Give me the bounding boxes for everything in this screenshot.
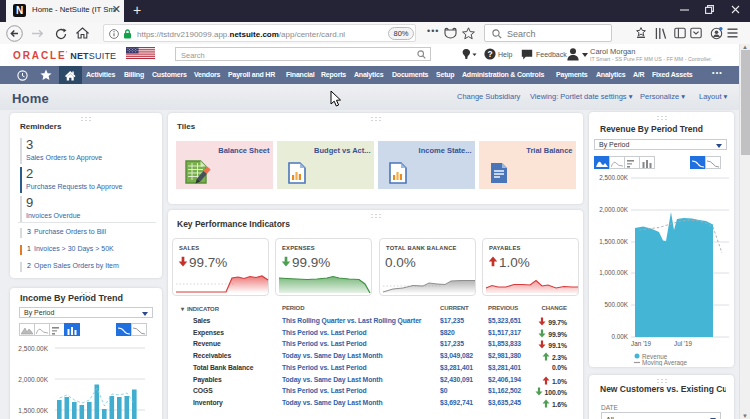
svg-text:Jul '19: Jul '19 [674,340,693,347]
svg-text:2,500.00K: 2,500.00K [599,174,629,181]
svg-text:?: ? [487,49,492,59]
svg-text:500.00K: 500.00K [605,301,629,308]
svg-text:2,000.00K: 2,000.00K [18,376,48,383]
svg-text:1,500.00K: 1,500.00K [18,407,48,414]
svg-text:1,500.00K: 1,500.00K [599,238,629,245]
svg-text:2,500.00K: 2,500.00K [18,345,48,352]
svg-text:0.00K: 0.00K [612,333,629,340]
svg-text:Jan '19: Jan '19 [631,340,652,347]
svg-text:1,000.00K: 1,000.00K [599,269,629,276]
svg-text:Moving Average: Moving Average [642,359,688,366]
svg-text:2,000.00K: 2,000.00K [599,206,629,213]
